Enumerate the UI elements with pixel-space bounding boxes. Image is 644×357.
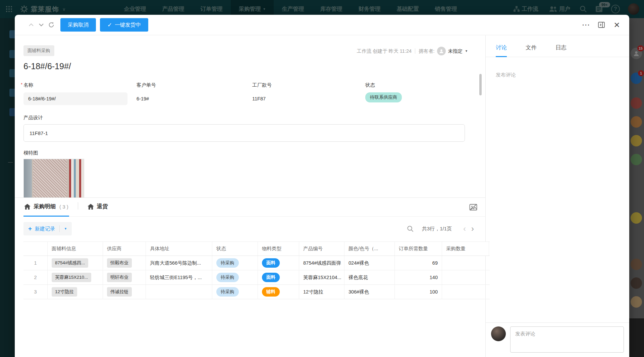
chevron-down-icon: ▼ (465, 49, 468, 53)
col-product-no: 产品编号 (299, 242, 344, 256)
owner-avatar (437, 47, 446, 55)
customer-no-label: 客户单号 (137, 82, 156, 88)
plus-icon: + (28, 225, 32, 232)
record-modal: 采购取消 ✓一键发货中 ⋯ × 面辅料采购 工作流 创建于 昨天 11:24 拥… (15, 15, 629, 357)
product-design-label: 产品设计 (23, 115, 43, 121)
owner-selector[interactable]: 拥有者: 未指定 ▼ (419, 47, 468, 55)
purchase-cancel-button[interactable]: 采购取消 (60, 18, 96, 32)
detail-tabs: 采购明细 ( 3 ) 退货 (23, 198, 485, 217)
record-title: 6-18#/6-19#/ (23, 61, 485, 71)
side-panel: 讨论 文件 日志 发布评论 (485, 35, 629, 357)
factory-no-value: 11F87 (252, 92, 365, 105)
factory-no-label: 工厂款号 (252, 82, 272, 88)
person-icon (439, 49, 444, 53)
supplier-chip[interactable]: 恒毅布业 (107, 258, 132, 268)
search-icon[interactable] (407, 225, 414, 232)
product-design-input[interactable]: 11F87-1 (23, 124, 465, 142)
col-index (23, 242, 48, 256)
prev-record-button[interactable] (26, 20, 36, 30)
col-status: 状态 (212, 242, 258, 256)
col-address: 具体地址 (146, 242, 212, 256)
table-row[interactable]: 2 芙蓉麻15X210... 明轩布业 轻纺城三街E1195号，... 待采购 … (23, 270, 490, 285)
check-icon: ✓ (107, 21, 112, 29)
close-icon[interactable]: × (612, 20, 622, 30)
required-qty-cell: 140 (395, 270, 442, 284)
comment-input[interactable] (510, 326, 624, 353)
field-factory-no: 工厂款号 11F87 (252, 82, 365, 105)
model-photo-thumbnail[interactable] (23, 159, 84, 198)
customer-no-value: 6-19# (137, 92, 252, 105)
record-form-section: 面辅料采购 工作流 创建于 昨天 11:24 拥有者: 未指定 ▼ 6-18#/… (15, 35, 485, 198)
address-cell: 兴南大道566号陈边制... (146, 256, 212, 270)
model-image-label: 模特图 (23, 150, 38, 156)
table-row[interactable]: 3 12寸隐拉 伟诚拉链 待采购 辅料 12寸隐拉 306#裸色 100 (23, 285, 490, 299)
material-chip[interactable]: 12寸隐拉 (52, 287, 77, 297)
record-main: 面辅料采购 工作流 创建于 昨天 11:24 拥有者: 未指定 ▼ 6-18#/… (15, 35, 485, 357)
required-mark: * (21, 82, 22, 88)
comment-area (486, 322, 629, 357)
field-name-label: 名称 (23, 82, 33, 88)
record-type-tag: 面辅料采购 (23, 45, 54, 56)
owner-value: 未指定 (448, 48, 463, 54)
more-actions-icon[interactable]: ⋯ (581, 20, 591, 30)
new-record-button[interactable]: + 新建记录 ▼ (23, 222, 72, 235)
tab-returns[interactable]: 退货 (87, 203, 109, 216)
purchase-detail-section: 采购明细 ( 3 ) 退货 + 新建记录 (15, 198, 485, 357)
type-pill: 面料 (262, 258, 280, 268)
field-status: 状态 待联系供应商 (365, 82, 485, 105)
expand-panel-icon[interactable] (596, 20, 606, 30)
purchase-qty-cell (442, 256, 489, 270)
status-pill: 待采购 (216, 287, 239, 297)
table-row[interactable]: 1 8754#绒感四... 恒毅布业 兴南大道566号陈边制... 待采购 面料… (23, 256, 490, 270)
page-next-icon[interactable]: › (469, 225, 477, 233)
tab-files[interactable]: 文件 (526, 44, 537, 57)
address-cell: 轻纺城三街E1195号，... (146, 270, 212, 284)
type-pill: 辅料 (262, 287, 280, 297)
page-prev-icon[interactable]: ‹ (461, 225, 469, 233)
required-qty-cell: 100 (395, 285, 442, 299)
status-pill: 待采购 (216, 258, 239, 268)
record-fields: *名称 6-18#/6-19#/ 客户单号 6-19# 工厂款号 11F87 状… (23, 82, 485, 105)
col-material-type: 物料类型 (258, 242, 299, 256)
refresh-icon[interactable] (46, 20, 56, 30)
post-comment-hint: 发布评论 (496, 72, 629, 78)
workflow-meta: 工作流 创建于 昨天 11:24 拥有者: 未指定 ▼ (357, 47, 468, 55)
row-index: 2 (23, 270, 48, 284)
color-cell: 024#裸色 (344, 256, 395, 270)
side-panel-tabs: 讨论 文件 日志 (486, 35, 629, 57)
purchase-qty-cell (442, 285, 489, 299)
material-chip[interactable]: 8754#绒感四... (52, 258, 88, 268)
chevron-down-icon: ▼ (64, 227, 67, 230)
product-no-cell: 8754#绒感四面弹 (299, 256, 344, 270)
one-click-ship-button[interactable]: ✓一键发货中 (100, 18, 148, 32)
tab-logs[interactable]: 日志 (555, 44, 567, 57)
supplier-chip[interactable]: 伟诚拉链 (107, 287, 132, 297)
pagination-info: 共3行，1/1页 (422, 226, 452, 232)
col-supplier: 供应商 (103, 242, 146, 256)
home-icon (88, 204, 94, 210)
scrollbar-thumb[interactable] (479, 74, 482, 95)
purchase-qty-cell (442, 270, 489, 284)
material-chip[interactable]: 芙蓉麻15X210... (52, 273, 91, 282)
required-qty-cell: 69 (395, 256, 442, 270)
image-off-icon[interactable] (469, 204, 477, 211)
col-purchase-qty: 采购数量 (442, 242, 489, 256)
field-name: *名称 6-18#/6-19#/ (23, 82, 137, 105)
product-no-cell: 芙蓉麻15X2104... (299, 270, 344, 284)
row-index: 1 (23, 256, 48, 270)
name-input[interactable]: 6-18#/6-19#/ (23, 92, 127, 105)
col-required-qty: 订单所需数量 (395, 242, 442, 256)
status-badge: 待联系供应商 (365, 92, 402, 102)
col-color: 颜色/色号（... (344, 242, 395, 256)
type-pill: 面料 (262, 273, 280, 282)
tab-discussion[interactable]: 讨论 (496, 44, 507, 57)
address-cell (146, 285, 212, 299)
field-model-image: 模特图 (23, 150, 485, 198)
supplier-chip[interactable]: 明轩布业 (107, 273, 132, 282)
next-record-button[interactable] (36, 20, 46, 30)
status-label: 状态 (365, 82, 375, 88)
col-material: 面辅料信息 (48, 242, 103, 256)
tab-purchase-detail[interactable]: 采购明细 ( 3 ) (23, 203, 69, 216)
detail-toolbar: + 新建记录 ▼ 共3行，1/1页 ‹ › (23, 222, 485, 235)
row-index: 3 (23, 285, 48, 299)
